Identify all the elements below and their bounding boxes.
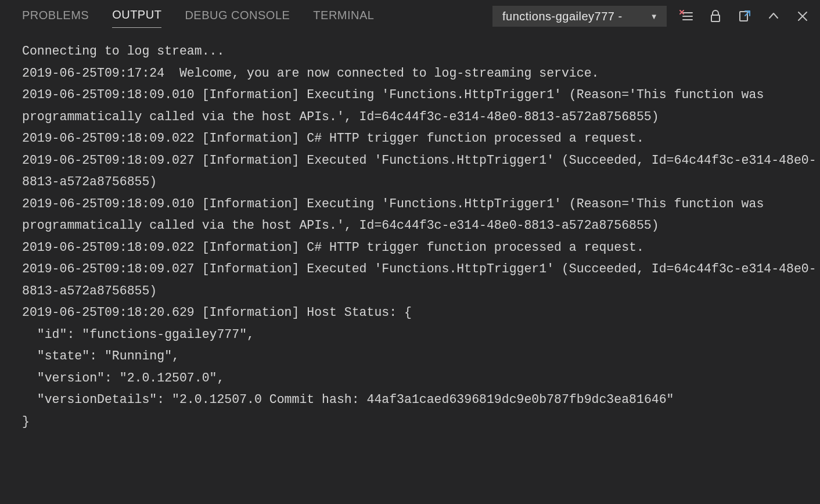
output-channel-selected: functions-ggailey777 - xyxy=(502,10,623,23)
output-log-area[interactable]: Connecting to log stream... 2019-06-25T0… xyxy=(0,33,820,504)
panel-tabbar: PROBLEMS OUTPUT DEBUG CONSOLE TERMINAL f… xyxy=(0,0,820,33)
output-channel-dropdown[interactable]: functions-ggailey777 - ▼ xyxy=(492,6,667,27)
output-panel: PROBLEMS OUTPUT DEBUG CONSOLE TERMINAL f… xyxy=(0,0,820,504)
tab-output[interactable]: OUTPUT xyxy=(112,5,161,28)
panel-action-icons xyxy=(679,9,810,23)
clear-output-icon[interactable] xyxy=(679,9,693,23)
svg-rect-6 xyxy=(740,12,747,21)
tab-terminal[interactable]: TERMINAL xyxy=(313,5,374,28)
svg-rect-5 xyxy=(711,15,720,21)
open-log-file-icon[interactable] xyxy=(738,9,751,23)
tab-debug-console[interactable]: DEBUG CONSOLE xyxy=(185,5,290,28)
close-panel-icon[interactable] xyxy=(796,9,810,23)
chevron-down-icon: ▼ xyxy=(650,12,658,21)
lock-scroll-icon[interactable] xyxy=(708,9,722,23)
collapse-panel-icon[interactable] xyxy=(767,9,781,23)
tab-problems[interactable]: PROBLEMS xyxy=(22,5,89,28)
